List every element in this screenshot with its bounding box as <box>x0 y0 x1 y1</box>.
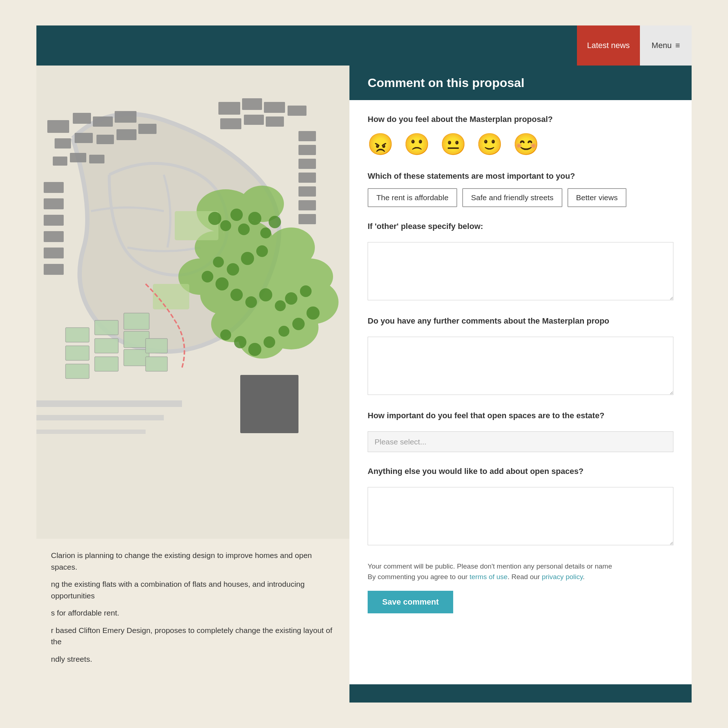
svg-point-65 <box>245 296 257 308</box>
svg-rect-3 <box>93 116 113 127</box>
svg-point-62 <box>202 271 213 283</box>
terms-of-use-link[interactable]: terms of use <box>470 573 508 581</box>
svg-rect-77 <box>124 313 149 329</box>
svg-rect-32 <box>298 214 316 224</box>
other-section: If 'other' please specify below: <box>368 222 673 302</box>
statement-affordable-rent-button[interactable]: The rent is affordable <box>368 188 457 207</box>
emoji-neutral-button[interactable]: 😐 <box>440 132 466 157</box>
svg-rect-10 <box>53 156 67 166</box>
svg-rect-5 <box>55 138 71 148</box>
footer-note-1: Your comment will be public. Please don'… <box>368 562 612 570</box>
open-spaces-other-section: Anything else you would like to add abou… <box>368 466 673 547</box>
svg-point-55 <box>248 212 262 225</box>
svg-rect-88 <box>240 375 298 433</box>
menu-button[interactable]: Menu ≡ <box>640 26 691 66</box>
svg-rect-82 <box>95 357 118 371</box>
svg-point-56 <box>260 228 271 239</box>
emoji-very-happy-button[interactable]: 😊 <box>513 132 539 157</box>
further-comments-textarea[interactable] <box>368 337 673 395</box>
svg-rect-21 <box>264 102 285 113</box>
svg-rect-83 <box>66 327 89 342</box>
svg-rect-11 <box>70 153 86 162</box>
statement-safe-streets-button[interactable]: Safe and friendly streets <box>462 188 562 207</box>
text-block-1: Clarion is planning to change the existi… <box>51 550 335 573</box>
rating-label: How do you feel about the Masterplan pro… <box>368 115 673 124</box>
svg-point-60 <box>227 263 239 275</box>
form-body: How do you feel about the Masterplan pro… <box>349 100 691 684</box>
svg-rect-16 <box>44 231 64 242</box>
svg-point-72 <box>278 326 289 337</box>
open-spaces-section: How important do you feel that open spac… <box>368 411 673 452</box>
right-panel: Comment on this proposal How do you feel… <box>349 66 691 702</box>
menu-label: Menu <box>652 41 671 50</box>
svg-point-57 <box>269 216 281 228</box>
open-spaces-other-label: Anything else you would like to add abou… <box>368 466 673 476</box>
footer-note-4: . <box>583 573 584 581</box>
footer-note-2: By commenting you agree to our <box>368 573 470 581</box>
form-footer-note: Your comment will be public. Please don'… <box>368 561 673 582</box>
emoji-row: 😠 🙁 😐 🙂 😊 <box>368 132 673 157</box>
svg-rect-86 <box>145 338 167 353</box>
svg-rect-89 <box>37 401 182 407</box>
left-text-content: Clarion is planning to change the existi… <box>37 539 349 681</box>
emoji-very-sad-button[interactable]: 😠 <box>368 132 393 157</box>
svg-point-70 <box>306 306 320 320</box>
header-bar: Latest news Menu ≡ <box>37 26 691 66</box>
svg-rect-13 <box>44 182 64 193</box>
svg-rect-24 <box>244 115 264 125</box>
svg-rect-27 <box>298 145 316 155</box>
svg-rect-85 <box>66 364 89 379</box>
hamburger-icon: ≡ <box>675 41 680 50</box>
svg-point-68 <box>285 292 297 305</box>
svg-rect-25 <box>266 116 284 127</box>
svg-rect-30 <box>298 187 316 197</box>
footer-note-3: . Read our <box>508 573 541 581</box>
emoji-sad-button[interactable]: 🙁 <box>404 132 430 157</box>
statements-label: Which of these statements are most impor… <box>368 171 673 181</box>
svg-point-66 <box>259 288 272 301</box>
svg-rect-7 <box>96 135 114 144</box>
svg-point-53 <box>230 209 243 221</box>
svg-point-74 <box>248 343 262 356</box>
svg-rect-19 <box>219 102 240 115</box>
svg-point-76 <box>220 329 231 340</box>
svg-rect-22 <box>288 106 306 116</box>
svg-rect-80 <box>95 320 118 335</box>
open-spaces-label: How important do you feel that open spac… <box>368 411 673 421</box>
text-block-5: ndly streets. <box>51 653 335 665</box>
privacy-policy-link[interactable]: privacy policy <box>541 573 583 581</box>
svg-rect-14 <box>44 198 64 209</box>
svg-rect-12 <box>89 155 104 164</box>
svg-rect-28 <box>298 159 316 169</box>
svg-rect-4 <box>115 111 136 123</box>
statement-better-views-button[interactable]: Better views <box>567 188 626 207</box>
further-comments-section: Do you have any further comments about t… <box>368 316 673 396</box>
svg-rect-20 <box>242 98 262 110</box>
save-comment-button[interactable]: Save comment <box>368 591 453 613</box>
svg-point-52 <box>220 220 231 231</box>
map-image <box>37 66 349 539</box>
svg-rect-26 <box>298 131 316 141</box>
form-bottom-bar <box>349 684 691 702</box>
other-textarea[interactable] <box>368 242 673 300</box>
latest-news-button[interactable]: Latest news <box>577 26 640 66</box>
main-content: Clarion is planning to change the existi… <box>37 66 691 702</box>
open-spaces-other-textarea[interactable] <box>368 487 673 545</box>
svg-point-69 <box>300 285 312 297</box>
svg-rect-2 <box>73 113 91 124</box>
text-block-4: r based Clifton Emery Design, proposes t… <box>51 625 335 648</box>
rating-section: How do you feel about the Masterplan pro… <box>368 115 673 157</box>
further-comments-label: Do you have any further comments about t… <box>368 316 673 326</box>
svg-point-63 <box>216 277 229 291</box>
statements-section: Which of these statements are most impor… <box>368 171 673 207</box>
statement-row: The rent is affordable Safe and friendly… <box>368 188 673 207</box>
svg-rect-91 <box>37 430 145 434</box>
svg-point-54 <box>238 223 250 235</box>
svg-point-73 <box>263 336 275 348</box>
svg-rect-18 <box>44 264 64 275</box>
svg-rect-1 <box>47 120 69 133</box>
open-spaces-select[interactable]: Please select... <box>368 431 673 452</box>
emoji-happy-button[interactable]: 🙂 <box>477 132 502 157</box>
svg-point-58 <box>256 245 268 257</box>
svg-rect-50 <box>153 284 189 309</box>
